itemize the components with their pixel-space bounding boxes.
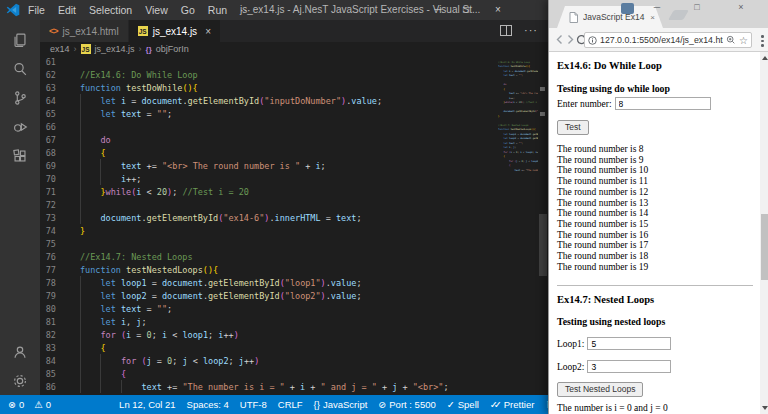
code-line[interactable]: 65 let text = "";: [40, 108, 488, 121]
split-editor-icon[interactable]: [500, 25, 512, 36]
scrollbar-decoration: [540, 112, 545, 116]
editor-scrollbar-thumb[interactable]: [539, 214, 547, 276]
breadcrumb[interactable]: ex14 › JS js_ex14.js › {} objForIn: [40, 42, 548, 56]
more-actions-icon[interactable]: ···: [524, 24, 538, 36]
minimap[interactable]: //Ex14.6: Do While Loopfunction testDoWh…: [498, 56, 538, 395]
code-line[interactable]: 70 i++;: [40, 173, 488, 186]
code-line[interactable]: 84 for (j = 0; j < loop2; j++): [40, 355, 488, 368]
loop2-input[interactable]: [587, 360, 671, 373]
line-number: 62: [40, 69, 56, 82]
output-line: The round number is 19: [557, 262, 648, 273]
tab-close-icon[interactable]: ×: [205, 26, 211, 37]
encoding[interactable]: UTF-8: [240, 399, 267, 410]
tab-js-ex14-html[interactable]: <> js_ex14.html: [40, 20, 129, 42]
scroll-down-arrow-icon[interactable]: [762, 406, 768, 410]
indentation[interactable]: Spaces: 4: [187, 399, 229, 410]
code-line[interactable]: 73 document.getElementById("ex14-6").inn…: [40, 212, 488, 225]
code-line[interactable]: 71 }while(i < 20); //Test i = 20: [40, 186, 488, 199]
code-line[interactable]: 79 let loop2 = document.getElementById("…: [40, 290, 488, 303]
new-tab-button[interactable]: [668, 10, 689, 20]
browser-minimize-button[interactable]: ─: [649, 0, 665, 16]
spell-checker[interactable]: ✓ Spell: [447, 399, 479, 410]
code-line[interactable]: 83 {: [40, 342, 488, 355]
indent-guide: [80, 120, 81, 133]
line-number: 77: [40, 264, 56, 277]
code-line[interactable]: 72: [40, 199, 488, 212]
vscode-close-button[interactable]: ×: [490, 0, 506, 20]
code-line[interactable]: 61: [40, 56, 488, 69]
number-input[interactable]: [615, 97, 711, 110]
code-line[interactable]: 78 let loop1 = document.getElementById("…: [40, 277, 488, 290]
vscode-maximize-button[interactable]: □: [458, 0, 474, 20]
explorer-icon[interactable]: [6, 25, 34, 54]
menu-run[interactable]: Run: [208, 4, 227, 16]
line-number: 76: [40, 251, 56, 264]
code-line[interactable]: 76//Ex14.7: Nested Loops: [40, 251, 488, 264]
code-line[interactable]: 62//Ex14.6: Do While Loop: [40, 69, 488, 82]
code-line[interactable]: 68 {: [40, 147, 488, 160]
run-debug-icon[interactable]: [6, 112, 34, 141]
zoom-indicator-icon[interactable]: [726, 35, 736, 45]
browser-close-button[interactable]: ×: [733, 0, 749, 16]
test-nested-loops-button[interactable]: Test Nested Loops: [557, 382, 643, 397]
settings-gear-icon[interactable]: [6, 366, 34, 395]
language-mode[interactable]: {} JavaScript: [314, 399, 368, 410]
editor-scrollbar[interactable]: [538, 56, 548, 395]
browser-toolbar: 127.0.0.1:5500/ex14/js_ex14.html ☆: [549, 28, 768, 52]
menu-selection[interactable]: Selection: [89, 4, 132, 16]
search-icon[interactable]: [6, 54, 34, 83]
menu-file[interactable]: File: [28, 4, 45, 16]
html-file-icon: <>: [49, 26, 58, 36]
code-line[interactable]: 81 let i, j;: [40, 316, 488, 329]
info-icon[interactable]: [588, 36, 597, 45]
code-line[interactable]: 86 text += "The number is i = " + i + " …: [40, 381, 488, 394]
code-area[interactable]: 6162//Ex14.6: Do While Loop63function te…: [40, 56, 488, 394]
code-line[interactable]: 64 let i = document.getElementById("inpu…: [40, 95, 488, 108]
breadcrumb-folder[interactable]: ex14: [50, 44, 70, 54]
code-line[interactable]: 67 do: [40, 134, 488, 147]
problems-errors[interactable]: ⊗ 0: [8, 399, 24, 410]
address-bar[interactable]: 127.0.0.1:5500/ex14/js_ex14.html ☆: [584, 32, 752, 48]
accounts-icon[interactable]: [6, 337, 34, 366]
breadcrumb-file[interactable]: js_ex14.js: [95, 44, 135, 54]
source-control-icon[interactable]: [6, 83, 34, 112]
indent-guide: [80, 380, 81, 393]
eol-sequence[interactable]: CRLF: [278, 399, 303, 410]
profile-avatar[interactable]: [621, 3, 634, 14]
browser-maximize-button[interactable]: □: [689, 0, 705, 16]
menu-edit[interactable]: Edit: [58, 4, 76, 16]
code-line[interactable]: 69 text += "<br> The round number is " +…: [40, 160, 488, 173]
browser-menu-icon[interactable]: [761, 35, 764, 49]
loop2-label: Loop2:: [557, 362, 584, 372]
code-line[interactable]: 74}: [40, 225, 488, 238]
indent-guide: [80, 198, 81, 211]
breadcrumb-symbol[interactable]: objForIn: [156, 44, 189, 54]
bookmark-star-icon[interactable]: ☆: [739, 35, 748, 46]
code-line[interactable]: 75: [40, 238, 488, 251]
prettier-status[interactable]: ✓✓ Prettier: [490, 399, 535, 410]
browser-tab[interactable]: JavaScript Ex14 ×: [557, 6, 663, 28]
loop1-input[interactable]: [587, 337, 671, 350]
cursor-position[interactable]: Ln 12, Col 21: [119, 399, 176, 410]
extensions-icon[interactable]: [6, 141, 34, 170]
line-number: 73: [40, 212, 56, 225]
test-button[interactable]: Test: [557, 120, 589, 135]
code-line[interactable]: 63function testDoWhile(){: [40, 82, 488, 95]
page-scrollbar-thumb[interactable]: [761, 214, 768, 280]
menu-view[interactable]: View: [145, 4, 168, 16]
code-line[interactable]: 66: [40, 121, 488, 134]
line-number: 68: [40, 147, 56, 160]
code-line[interactable]: 82 for (i = 0; i < loop1; i++): [40, 329, 488, 342]
vscode-minimize-button[interactable]: ─: [430, 0, 446, 20]
code-line[interactable]: 85 {: [40, 368, 488, 381]
code-line[interactable]: 80 let text = "";: [40, 303, 488, 316]
live-server-port[interactable]: ⊘ Port : 5500: [378, 399, 435, 410]
url-text[interactable]: 127.0.0.1:5500/ex14/js_ex14.html: [600, 35, 723, 45]
code-line[interactable]: 77function testNestedLoops(){: [40, 264, 488, 277]
tab-js-ex14-js[interactable]: JS js_ex14.js ×: [129, 20, 220, 42]
problems-warnings[interactable]: ⚠ 0: [34, 399, 51, 410]
menu-go[interactable]: Go: [181, 4, 195, 16]
scroll-up-arrow-icon[interactable]: [762, 56, 768, 60]
page-scrollbar[interactable]: [760, 52, 768, 414]
indent-guide: [80, 159, 81, 172]
